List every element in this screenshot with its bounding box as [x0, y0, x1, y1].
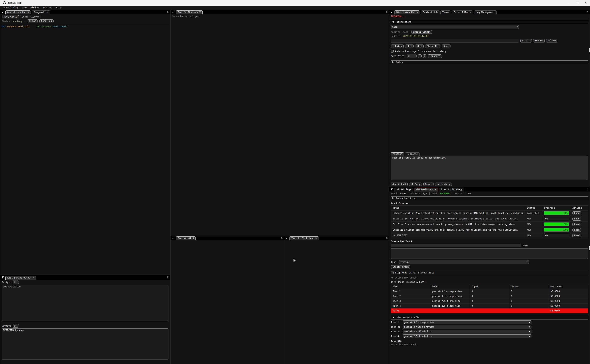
- tab-close-icon[interactable]: X: [193, 237, 194, 240]
- table-row[interactable]: Fix Tier 3 worker responses not reaching…: [391, 222, 588, 227]
- script-textarea[interactable]: Get-ChildItem: [2, 285, 168, 321]
- gen-send-button[interactable]: Gen + Send: [391, 182, 408, 186]
- track-type-select[interactable]: feature ▼: [399, 260, 529, 264]
- load-track-button[interactable]: Load: [572, 234, 581, 237]
- subtab-message[interactable]: Message: [391, 152, 404, 156]
- tab-tier1-strategy[interactable]: Tier 1: Strategy: [439, 188, 464, 191]
- conductor-setup-section-header[interactable]: Conductor Setup: [391, 196, 588, 200]
- load-track-button[interactable]: Load: [572, 217, 581, 221]
- plus-all-button[interactable]: +All: [415, 45, 424, 48]
- tab-files-media[interactable]: Files & Media: [452, 10, 473, 14]
- clear-button[interactable]: Clear: [28, 19, 38, 23]
- keep-pairs-decrement-button[interactable]: -: [418, 54, 421, 58]
- load-track-button[interactable]: Load: [572, 228, 581, 232]
- panel-close-icon[interactable]: X: [587, 11, 588, 13]
- discussions-section-header[interactable]: Discussions: [391, 20, 588, 24]
- menu-view[interactable]: View: [20, 6, 29, 9]
- tab-operations-hub[interactable]: Operations Hub X: [5, 10, 31, 14]
- reset-button[interactable]: Reset: [423, 182, 434, 186]
- subtab-response[interactable]: Response: [405, 152, 420, 156]
- keep-pairs-input[interactable]: [407, 54, 416, 58]
- minimize-button[interactable]: –: [564, 0, 573, 6]
- load-track-button[interactable]: Load: [572, 211, 581, 215]
- create-track-button[interactable]: Create Track: [391, 265, 410, 269]
- step-mode-checkbox[interactable]: [391, 271, 394, 274]
- dock-menu-icon[interactable]: [172, 237, 174, 239]
- tier1-model-select[interactable]: gemini-3.1-pro-preview ▼: [403, 320, 531, 324]
- dock-menu-icon[interactable]: [391, 11, 393, 13]
- dock-menu-icon[interactable]: [286, 237, 288, 239]
- truncate-button[interactable]: Truncate: [428, 54, 442, 58]
- maximize-button[interactable]: ▢: [573, 0, 581, 6]
- close-button[interactable]: ✕: [581, 0, 590, 6]
- to-history-button[interactable]: -> History: [435, 182, 452, 186]
- tier2-model-select[interactable]: gemini-3-flash-preview ▼: [403, 325, 531, 329]
- scrollbar-thumb[interactable]: [589, 246, 590, 250]
- table-row: Tier 4gemini-2.5-flash-lite 00 $0.0000: [391, 304, 588, 308]
- tab-close-icon[interactable]: X: [199, 11, 201, 14]
- roles-section-header[interactable]: Roles: [391, 60, 588, 64]
- panel-close-icon[interactable]: X: [281, 237, 282, 239]
- menu-manual-slop[interactable]: manual slop: [2, 6, 20, 9]
- scrollbar-thumb[interactable]: [589, 48, 590, 52]
- tier-model-config-section-header[interactable]: Tier Model Config: [391, 316, 588, 319]
- tab-close-icon[interactable]: X: [417, 11, 418, 14]
- dock-menu-icon[interactable]: [1, 276, 4, 279]
- tab-tier3-workers[interactable]: Tier 3: Workers X: [176, 10, 203, 14]
- track-name-input[interactable]: [391, 244, 521, 247]
- script-expand-button[interactable]: [+]: [13, 280, 19, 284]
- load-track-button[interactable]: Load: [572, 223, 581, 226]
- dock-menu-icon[interactable]: [1, 11, 4, 13]
- tab-tier4-qa[interactable]: Tier 4: QA X: [176, 236, 196, 240]
- tab-ai-settings[interactable]: AI Settings: [395, 188, 413, 191]
- output-textarea[interactable]: REJECTED by user: [2, 328, 168, 360]
- tab-close-icon[interactable]: X: [28, 11, 29, 14]
- table-row[interactable]: Stabilize visual_sim_mma_v2.py and mock_…: [391, 227, 588, 233]
- tab-close-icon[interactable]: X: [316, 237, 317, 240]
- tab-last-script-output[interactable]: Last Script Output X: [5, 276, 36, 280]
- menu-view-2[interactable]: View: [54, 6, 63, 9]
- dock-menu-icon[interactable]: [172, 11, 174, 13]
- load-log-button[interactable]: Load Log: [39, 19, 54, 23]
- tab-mma-dashboard[interactable]: MMA Dashboard X: [414, 188, 438, 191]
- menu-windows[interactable]: Windows: [29, 6, 42, 9]
- tab-tier2-tech-lead[interactable]: Tier 2: Tech Lead X: [289, 236, 319, 240]
- discussion-name-input[interactable]: [391, 39, 519, 42]
- panel-close-icon[interactable]: X: [587, 188, 588, 190]
- panel-close-icon[interactable]: X: [167, 11, 168, 13]
- table-row[interactable]: UX_SIM_TEST NEW 0% Load: [391, 233, 588, 238]
- delete-discussion-button[interactable]: Delete: [546, 39, 557, 42]
- panel-close-icon[interactable]: X: [386, 237, 387, 239]
- autoadd-checkbox[interactable]: [391, 50, 394, 52]
- subtab-tool-calls[interactable]: Tool Calls: [2, 15, 19, 19]
- table-row[interactable]: Build UI for context window utilization,…: [391, 216, 588, 222]
- tab-close-icon[interactable]: X: [33, 276, 34, 280]
- keep-pairs-increment-button[interactable]: +: [423, 54, 426, 58]
- panel-close-icon[interactable]: X: [386, 11, 387, 13]
- tab-discussion-hub[interactable]: Discussion Hub X: [395, 10, 420, 14]
- update-commit-button[interactable]: Update Commit: [411, 30, 432, 34]
- minus-all-button[interactable]: -All: [405, 45, 414, 48]
- table-row[interactable]: Enhance existing MMA orchestration GUI: …: [391, 210, 588, 216]
- dock-menu-icon[interactable]: [391, 188, 393, 190]
- message-textarea[interactable]: Read the first 10 lines of aggregate.py.: [391, 156, 588, 180]
- md-only-button[interactable]: MD Only: [409, 182, 422, 186]
- tier4-model-select[interactable]: gemini-2.5-flash-lite ▼: [403, 334, 531, 338]
- discussion-select[interactable]: main ▼: [391, 25, 519, 29]
- tab-theme[interactable]: Theme: [440, 10, 451, 14]
- save-button[interactable]: Save: [442, 45, 450, 48]
- rename-discussion-button[interactable]: Rename: [533, 39, 544, 42]
- tab-close-icon[interactable]: X: [435, 188, 436, 191]
- track-description-textarea[interactable]: [391, 248, 588, 259]
- subtab-comms-history[interactable]: Comms History: [20, 15, 41, 19]
- add-entry-button[interactable]: + Entry: [391, 45, 404, 48]
- clear-all-button[interactable]: Clear All: [425, 45, 440, 48]
- tab-log-management[interactable]: Log Management: [474, 10, 496, 14]
- output-expand-button[interactable]: [+]: [13, 324, 19, 328]
- panel-close-icon[interactable]: X: [167, 276, 168, 279]
- menu-project[interactable]: Project: [42, 6, 54, 9]
- tab-context-hub[interactable]: Context Hub: [421, 10, 439, 14]
- tab-diagnostics[interactable]: Diagnostics: [32, 10, 50, 14]
- create-discussion-button[interactable]: Create: [520, 39, 532, 42]
- tier3-model-select[interactable]: gemini-2.5-flash-lite ▼: [403, 330, 531, 333]
